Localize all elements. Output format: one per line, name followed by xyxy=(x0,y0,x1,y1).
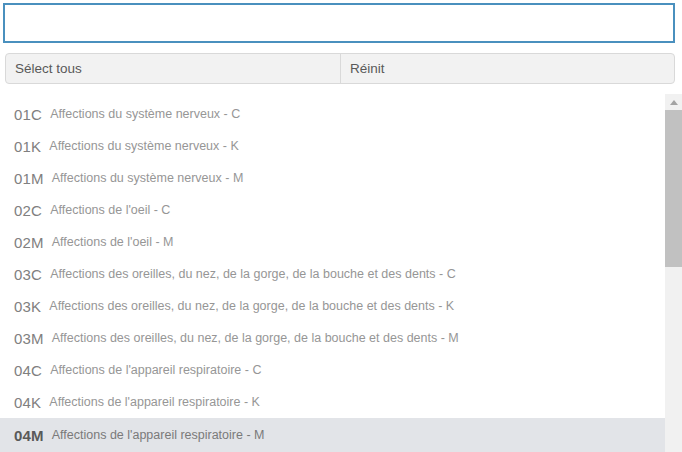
filter-options-list: 01C Affections du système nerveux - C 01… xyxy=(0,98,665,452)
list-item-label: Affections de l'oeil - M xyxy=(52,235,174,249)
list-item[interactable]: 04K Affections de l'appareil respiratoir… xyxy=(0,386,665,418)
filter-dropdown-panel: Sélect tous Réinit 01C Affections du sys… xyxy=(0,0,682,452)
list-item-code: 01C xyxy=(14,106,42,123)
list-item[interactable]: 04M Affections de l'appareil respiratoir… xyxy=(0,418,665,452)
scrollbar-up-button[interactable] xyxy=(665,94,682,110)
list-item[interactable]: 02C Affections de l'oeil - C xyxy=(0,194,665,226)
list-item[interactable]: 01M Affections du système nerveux - M xyxy=(0,162,665,194)
selection-toolbar: Sélect tous Réinit xyxy=(5,53,675,84)
search-input[interactable] xyxy=(3,3,675,43)
list-item-label: Affections de l'appareil respiratoire - … xyxy=(52,428,265,442)
list-item-code: 01M xyxy=(14,170,44,187)
list-item-label: Affections du système nerveux - M xyxy=(52,171,244,185)
list-item-code: 01K xyxy=(14,138,41,155)
list-item-label: Affections de l'appareil respiratoire - … xyxy=(49,395,260,409)
list-item-code: 02M xyxy=(14,234,44,251)
list-item-label: Affections de l'oeil - C xyxy=(50,203,170,217)
list-item-code: 04M xyxy=(14,427,44,444)
list-item[interactable]: 01K Affections du système nerveux - K xyxy=(0,130,665,162)
search-field-container xyxy=(3,3,675,43)
list-item-label: Affections des oreilles, du nez, de la g… xyxy=(50,267,456,281)
list-item-code: 03M xyxy=(14,330,44,347)
list-item-code: 03K xyxy=(14,298,41,315)
list-item[interactable]: 01C Affections du système nerveux - C xyxy=(0,98,665,130)
list-item[interactable]: 02M Affections de l'oeil - M xyxy=(0,226,665,258)
list-item-code: 04C xyxy=(14,362,42,379)
scrollbar[interactable] xyxy=(665,94,682,452)
list-item[interactable]: 03M Affections des oreilles, du nez, de … xyxy=(0,322,665,354)
scrollbar-thumb[interactable] xyxy=(665,110,682,267)
list-item-code: 02C xyxy=(14,202,42,219)
list-item-code: 03C xyxy=(14,266,42,283)
list-item-code: 04K xyxy=(14,394,41,411)
list-item-label: Affections des oreilles, du nez, de la g… xyxy=(52,331,459,345)
reset-button[interactable]: Réinit xyxy=(340,54,674,83)
list-item[interactable]: 03K Affections des oreilles, du nez, de … xyxy=(0,290,665,322)
list-item[interactable]: 03C Affections des oreilles, du nez, de … xyxy=(0,258,665,290)
select-all-button[interactable]: Sélect tous xyxy=(6,54,340,83)
list-item-label: Affections de l'appareil respiratoire - … xyxy=(50,363,261,377)
list-item-label: Affections du système nerveux - C xyxy=(50,107,240,121)
list-item-label: Affections des oreilles, du nez, de la g… xyxy=(49,299,454,313)
list-item-label: Affections du système nerveux - K xyxy=(49,139,238,153)
list-item[interactable]: 04C Affections de l'appareil respiratoir… xyxy=(0,354,665,386)
chevron-up-icon xyxy=(670,100,678,105)
